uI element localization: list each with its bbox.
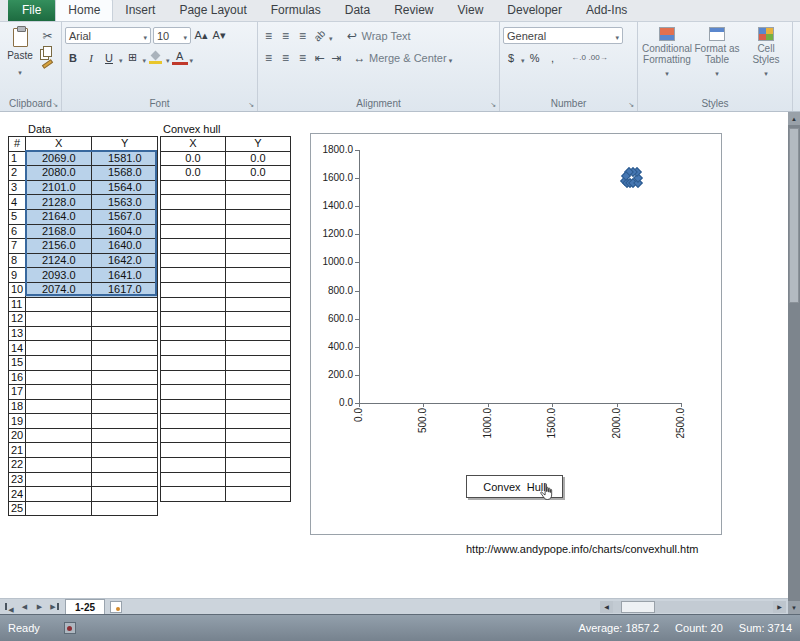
cut-icon[interactable]: ✂ <box>40 29 55 43</box>
cell[interactable] <box>226 180 291 195</box>
format-painter-icon[interactable] <box>42 59 53 69</box>
increase-decimal-button[interactable]: ←.0 <box>571 49 587 66</box>
ribbon-tab-home[interactable]: Home <box>55 0 113 21</box>
cell[interactable] <box>92 399 158 414</box>
fill-color-button[interactable] <box>148 49 164 66</box>
row-number-cell[interactable]: 24 <box>9 487 26 502</box>
font-name-arrow-icon[interactable] <box>143 30 147 42</box>
cell[interactable] <box>92 326 158 341</box>
cell[interactable] <box>92 341 158 356</box>
ribbon-tab-data[interactable]: Data <box>333 0 382 21</box>
row-number-cell[interactable]: 2 <box>9 166 26 181</box>
cell[interactable] <box>226 487 291 502</box>
cell[interactable] <box>226 326 291 341</box>
alignment-dialog-launcher-icon[interactable] <box>487 100 496 109</box>
column-header[interactable]: X <box>26 137 92 152</box>
accounting-format-button[interactable]: $ <box>503 49 519 66</box>
decrease-decimal-button[interactable]: .00→ <box>589 49 608 66</box>
increase-font-button[interactable]: A▴ <box>193 27 209 44</box>
cell[interactable]: 1564.0 <box>92 180 158 195</box>
row-number-cell[interactable]: 10 <box>9 282 26 297</box>
increase-indent-button[interactable]: ⇥ <box>329 51 344 65</box>
cell[interactable] <box>92 370 158 385</box>
row-number-cell[interactable]: 15 <box>9 355 26 370</box>
row-number-cell[interactable]: 8 <box>9 253 26 268</box>
cell[interactable] <box>226 370 291 385</box>
cell[interactable] <box>26 326 92 341</box>
copy-icon[interactable] <box>43 46 52 57</box>
cell[interactable] <box>26 385 92 400</box>
cell[interactable] <box>26 443 92 458</box>
cell[interactable] <box>92 458 158 473</box>
cell[interactable] <box>161 326 226 341</box>
row-number-cell[interactable]: 21 <box>9 443 26 458</box>
row-number-cell[interactable]: 4 <box>9 195 26 210</box>
cell[interactable] <box>161 443 226 458</box>
merge-center-arrow-icon[interactable] <box>449 49 453 67</box>
cell[interactable]: 2124.0 <box>26 253 92 268</box>
cell[interactable] <box>226 341 291 356</box>
cell[interactable]: 2093.0 <box>26 268 92 283</box>
cell[interactable]: 1567.0 <box>92 209 158 224</box>
cell[interactable] <box>161 195 226 210</box>
cell[interactable] <box>26 472 92 487</box>
cell[interactable] <box>161 253 226 268</box>
cell[interactable] <box>226 385 291 400</box>
cell[interactable] <box>161 414 226 429</box>
row-number-cell[interactable]: 13 <box>9 326 26 341</box>
cell[interactable] <box>161 385 226 400</box>
cell[interactable] <box>226 443 291 458</box>
align-top-button[interactable]: ≡ <box>261 29 276 43</box>
number-format-arrow-icon[interactable] <box>615 30 619 42</box>
row-number-cell[interactable]: 22 <box>9 458 26 473</box>
worksheet[interactable]: Data #XY12069.01581.022080.01568.032101.… <box>0 112 788 598</box>
cell[interactable]: 2101.0 <box>26 180 92 195</box>
row-number-cell[interactable]: 1 <box>9 151 26 166</box>
cell[interactable] <box>26 399 92 414</box>
row-number-cell[interactable]: 6 <box>9 224 26 239</box>
cell[interactable] <box>226 209 291 224</box>
cell[interactable] <box>161 428 226 443</box>
font-size-arrow-icon[interactable] <box>183 30 187 42</box>
align-middle-button[interactable]: ≡ <box>278 29 293 43</box>
conditional-formatting-button[interactable]: Conditional Formatting <box>643 27 691 78</box>
cell[interactable] <box>161 297 226 312</box>
scatter-chart[interactable]: Convex Hull 0.0200.0400.0600.0800.01000.… <box>310 133 722 535</box>
row-number-cell[interactable]: 23 <box>9 472 26 487</box>
cell[interactable] <box>92 487 158 502</box>
scroll-down-button[interactable] <box>788 601 800 614</box>
borders-arrow-icon[interactable] <box>143 49 147 67</box>
font-name-select[interactable]: Arial <box>65 27 151 44</box>
row-number-cell[interactable]: 19 <box>9 414 26 429</box>
scroll-right-button[interactable] <box>773 601 786 613</box>
next-sheet-button[interactable] <box>32 600 47 614</box>
cell[interactable] <box>26 312 92 327</box>
cell[interactable]: 2080.0 <box>26 166 92 181</box>
underline-arrow-icon[interactable] <box>119 49 123 67</box>
row-number-cell[interactable]: 7 <box>9 239 26 254</box>
clipboard-dialog-launcher-icon[interactable] <box>49 100 58 109</box>
cell[interactable]: 2069.0 <box>26 151 92 166</box>
cell[interactable] <box>26 428 92 443</box>
font-size-select[interactable]: 10 <box>153 27 191 44</box>
row-number-cell[interactable]: 18 <box>9 399 26 414</box>
cell[interactable] <box>226 253 291 268</box>
cell[interactable] <box>26 458 92 473</box>
cell[interactable]: 2128.0 <box>26 195 92 210</box>
cell[interactable]: 2074.0 <box>26 282 92 297</box>
decrease-indent-button[interactable]: ⇤ <box>312 51 327 65</box>
macro-record-icon[interactable] <box>64 622 76 634</box>
cell[interactable]: 1581.0 <box>92 151 158 166</box>
cell[interactable] <box>226 268 291 283</box>
percent-style-button[interactable]: % <box>527 49 543 66</box>
ribbon-tab-formulas[interactable]: Formulas <box>259 0 333 21</box>
cell[interactable] <box>226 239 291 254</box>
underline-button[interactable]: U <box>101 49 117 66</box>
cell[interactable]: 1640.0 <box>92 239 158 254</box>
align-left-button[interactable]: ≡ <box>261 51 276 65</box>
italic-button[interactable]: I <box>83 49 99 66</box>
sheet-tab[interactable]: 1-25 <box>65 599 105 614</box>
cell[interactable] <box>161 472 226 487</box>
cell[interactable] <box>226 297 291 312</box>
font-color-arrow-icon[interactable] <box>190 49 194 67</box>
